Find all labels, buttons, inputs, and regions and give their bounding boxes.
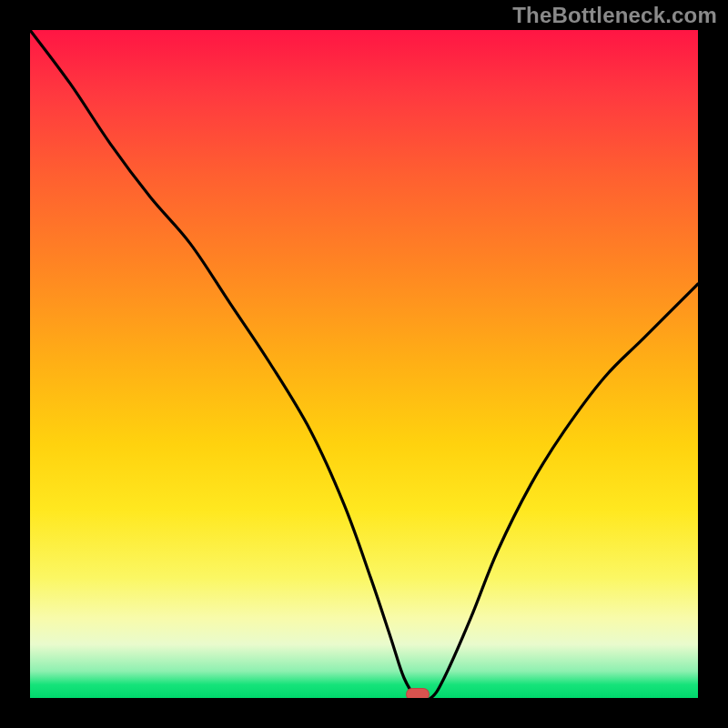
curve-path <box>30 30 698 698</box>
attribution-text: TheBottleneck.com <box>512 3 717 28</box>
chart-frame: TheBottleneck.com <box>0 0 728 728</box>
bottleneck-curve <box>30 30 698 698</box>
optimum-marker-icon <box>406 688 430 698</box>
plot-area <box>30 30 698 698</box>
